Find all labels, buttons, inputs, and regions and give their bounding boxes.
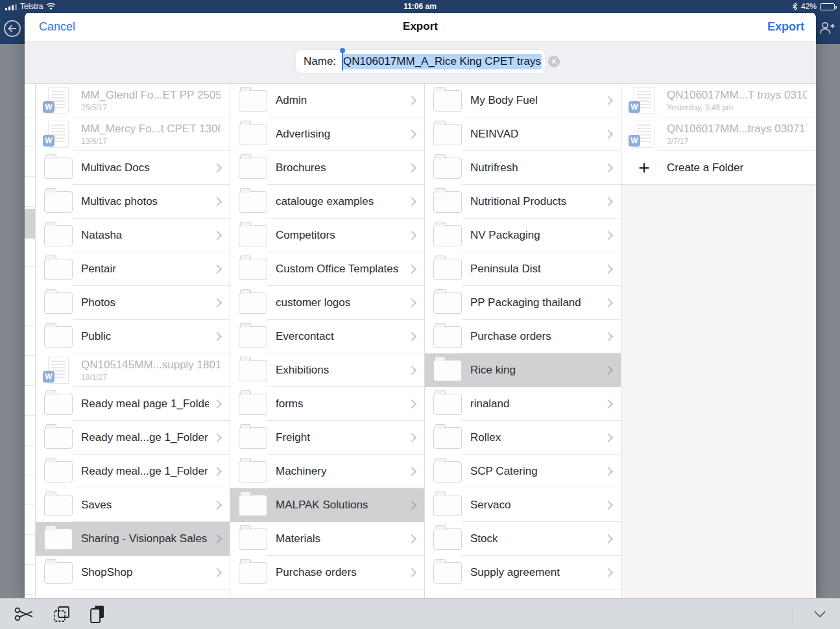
folder-row[interactable]: Rollex [425, 421, 621, 455]
folder-row[interactable]: Machinery [230, 455, 424, 488]
copy-button[interactable] [52, 604, 71, 624]
export-button[interactable]: Export [767, 12, 804, 42]
chevron-right-icon [213, 332, 222, 341]
folder-icon [43, 461, 73, 482]
file-row[interactable]: WMM_Glendl Fo...ET PP 25051725/5/17 [36, 84, 230, 117]
folder-row[interactable]: ShopShop [36, 556, 230, 589]
folder-icon [43, 528, 73, 550]
folder-row[interactable]: rinaland [425, 387, 621, 421]
folder-icon [238, 360, 268, 381]
dismiss-keyboard-button[interactable] [814, 599, 826, 629]
item-label: MM_Glendl Fo...ET PP 250517 [81, 89, 221, 102]
folder-row[interactable]: catalouge examples [230, 185, 424, 219]
folder-row[interactable]: Ready meal page 1_Folder [36, 387, 230, 421]
folder-row[interactable]: Evercontact [230, 320, 424, 353]
folder-row[interactable]: Purchase orders [230, 556, 424, 589]
name-input[interactable]: Name: QN106017MM_A_Rice King CPET trays … [295, 49, 546, 74]
folder-row[interactable]: SCP Catering [425, 455, 621, 488]
folder-icon [433, 191, 462, 213]
folder-row[interactable]: MALPAK Solutions [230, 488, 424, 522]
folder-row[interactable]: Freight [230, 421, 424, 455]
dialog-header: Cancel Export Export [25, 12, 816, 42]
battery-icon [820, 3, 835, 10]
file-row[interactable]: WQN105145MM...supply 18011718/1/17 [36, 353, 230, 387]
folder-row[interactable]: NEINVAD [425, 117, 621, 151]
folder-row[interactable]: Supply agreement [425, 556, 621, 589]
folder-row[interactable]: Pentair [36, 252, 230, 286]
folder-row[interactable]: Saves [36, 488, 230, 522]
folder-icon [238, 124, 268, 145]
folder-row[interactable]: Sharing - Visionpak Sales [36, 522, 230, 556]
folder-row[interactable]: Advertising [230, 117, 424, 151]
folder-row[interactable]: Public [36, 320, 230, 353]
chevron-right-icon [407, 163, 416, 172]
partial-previous-column[interactable] [25, 84, 36, 598]
chevron-right-icon [407, 231, 416, 240]
chevron-right-icon [604, 433, 613, 442]
folder-icon [433, 292, 462, 314]
chevron-right-icon [213, 231, 222, 240]
folder-row[interactable]: Multivac Docs [36, 151, 230, 185]
folder-row[interactable]: Stock [425, 522, 621, 556]
item-label: MM_Mercy Fo...t CPET 130617 [81, 123, 221, 136]
folder-row[interactable]: Peninsula Dist [425, 252, 621, 286]
chevron-right-icon [604, 163, 613, 172]
folder-row[interactable]: Rice king [425, 353, 621, 387]
file-row[interactable]: WQN106017MM...trays 0307173/7/17 [621, 117, 816, 151]
item-label: Advertising [276, 128, 403, 141]
item-label: QN106017MM...trays 030717 [667, 123, 807, 136]
item-label: catalouge examples [276, 195, 403, 208]
folder-row[interactable]: Competitors [230, 219, 424, 252]
clear-text-button[interactable]: ✕ [548, 56, 560, 67]
file-row[interactable]: WQN106017MM...T trays 031017Yesterday, 3… [621, 84, 816, 117]
folder-icon [238, 495, 268, 516]
folder-icon [238, 326, 268, 348]
folder-row[interactable]: customer logos [230, 286, 424, 320]
folder-row[interactable]: forms [230, 387, 424, 421]
folder-icon [433, 360, 462, 381]
status-bar: Telstra 11:06 am 42% [0, 0, 840, 13]
folder-row[interactable]: Purchase orders [425, 320, 621, 353]
folder-icon [433, 124, 462, 145]
folder-row[interactable]: My Body Fuel [425, 84, 621, 117]
item-label: Materials [276, 532, 403, 545]
item-label: QN105145MM...supply 180117 [81, 359, 221, 372]
file-row[interactable]: WMM_Mercy Fo...t CPET 13061713/6/17 [36, 117, 230, 151]
folder-row[interactable]: Nutrifresh [425, 151, 621, 185]
folder-icon [43, 495, 73, 516]
add-contact-button[interactable] [819, 21, 835, 38]
back-button[interactable] [3, 19, 21, 40]
chevron-right-icon [213, 467, 222, 476]
chevron-right-icon [213, 433, 222, 442]
folder-row[interactable]: Multivac photos [36, 185, 230, 219]
folder-row[interactable]: NV Packaging [425, 219, 621, 252]
chevron-right-icon [604, 298, 613, 307]
folder-row[interactable]: Exhibitions [230, 353, 424, 387]
chevron-right-icon [604, 467, 613, 476]
selected-filename-text[interactable]: QN106017MM_A_Rice King CPET trays [342, 54, 542, 69]
cut-button[interactable] [14, 606, 35, 623]
chevron-right-icon [407, 96, 416, 105]
edit-toolbar [0, 598, 840, 629]
folder-row[interactable]: Admin [230, 84, 424, 117]
item-label: Nutrifresh [470, 161, 600, 174]
chevron-right-icon [604, 399, 613, 409]
chevron-right-icon [407, 433, 416, 442]
paste-button[interactable] [88, 604, 106, 624]
folder-row[interactable]: Ready meal...ge 1_Folder 1 [36, 455, 230, 488]
folder-row[interactable]: Photos [36, 286, 230, 320]
create-folder-row[interactable]: +Create a Folder [621, 151, 816, 185]
browser-column-1: WMM_Glendl Fo...ET PP 25051725/5/17WMM_M… [36, 84, 230, 598]
folder-row[interactable]: PP Packaging thailand [425, 286, 621, 320]
folder-row[interactable]: Natasha [36, 219, 230, 252]
export-dialog: Cancel Export Export Name: QN106017MM_A_… [25, 12, 816, 598]
bluetooth-icon [792, 3, 798, 10]
folder-row[interactable]: Custom Office Templates [230, 252, 424, 286]
word-doc-icon: W [629, 121, 659, 148]
folder-icon [43, 326, 73, 348]
folder-row[interactable]: Nutritional Products [425, 185, 621, 219]
folder-row[interactable]: Ready meal...ge 1_Folder 0 [36, 421, 230, 455]
folder-row[interactable]: Brochures [230, 151, 424, 185]
folder-row[interactable]: Servaco [425, 488, 621, 522]
folder-row[interactable]: Materials [230, 522, 424, 556]
